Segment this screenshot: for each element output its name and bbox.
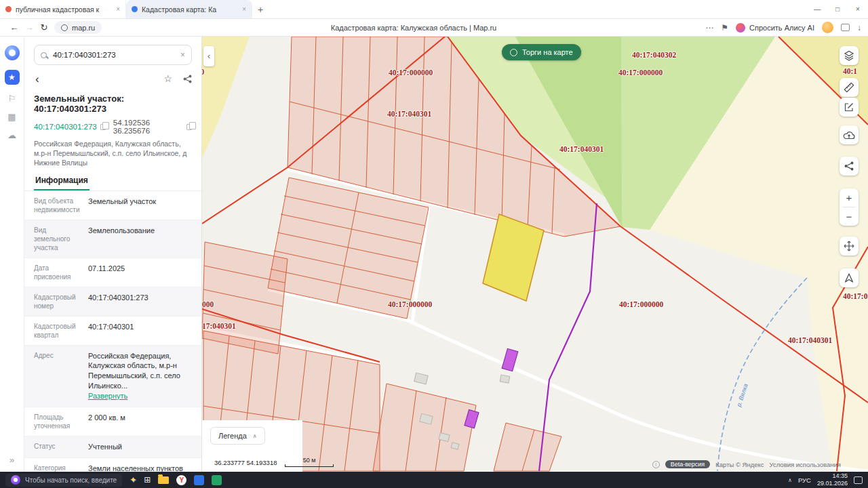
favorite-object-icon[interactable]: ☆ — [163, 73, 172, 84]
quarter-label: 40:17:000000 — [389, 68, 433, 77]
address-bar-actions: ⋯ ⚑ Спросить Алису AI ↓ — [700, 22, 861, 33]
expand-sidebar-icon[interactable]: » — [9, 455, 14, 465]
expand-address-link[interactable]: Развернуть — [88, 392, 127, 400]
maximize-button[interactable]: □ — [827, 0, 848, 18]
cloud-icon[interactable]: ☁ — [7, 131, 16, 140]
collections-icon[interactable]: ⚐ — [8, 94, 16, 103]
info-row-label: Кадастровый номер — [34, 293, 88, 310]
alice-search-icon — [11, 475, 20, 485]
forward-button[interactable]: → — [22, 22, 37, 33]
profile-avatar[interactable] — [822, 22, 833, 33]
info-row-value: Землепользование — [88, 226, 192, 252]
tableau-icon[interactable]: ▦ — [7, 113, 16, 121]
legend-label: Легенда — [218, 432, 247, 440]
object-title: Земельный участок: 40:17:040301:273 — [34, 94, 192, 114]
chevron-up-icon: ∧ — [253, 433, 257, 439]
tab-public-cadastral[interactable]: публичная кадастровая к × — [0, 0, 126, 18]
search-icon — [41, 52, 47, 58]
close-window-button[interactable]: × — [848, 0, 868, 18]
task-view-icon[interactable]: ⊞ — [144, 476, 151, 484]
yandex-browser-icon[interactable]: Y — [176, 475, 186, 485]
object-info-panel: × ‹ ☆ Земельный участок: 40:17:040301:27… — [24, 37, 202, 472]
ask-alice-button[interactable]: Спросить Алису AI — [736, 23, 814, 33]
measure-button[interactable] — [840, 78, 859, 97]
app-icon-blue[interactable] — [194, 475, 204, 485]
bookmark-icon[interactable]: ⚑ — [721, 24, 728, 32]
site-info-icon — [61, 24, 68, 31]
tab-close-icon[interactable]: × — [242, 5, 246, 13]
terms-link[interactable]: Условия использования — [770, 461, 841, 468]
taskbar: Чтобы начать поиск, введите ✦ ⊞ Y ∧ РУС … — [0, 472, 868, 488]
widgets-icon[interactable]: ✦ — [130, 475, 136, 485]
more-menu-icon[interactable]: ⋯ — [705, 24, 713, 32]
info-row-value: 2 000 кв. м — [88, 413, 192, 430]
info-row-label: Площадь уточненная — [34, 413, 88, 430]
cadastral-number-link[interactable]: 40:17:040301:273 — [34, 123, 97, 131]
tab-close-icon[interactable]: × — [116, 5, 120, 13]
zoom-in-button[interactable]: + — [840, 188, 859, 207]
quarter-label: 17:040301 — [202, 322, 236, 330]
share-map-button[interactable] — [840, 157, 859, 176]
alice-sidebar-icon[interactable] — [5, 45, 20, 60]
system-tray: ∧ РУС 14:35 29.01.2026 — [788, 472, 863, 487]
map-search-box[interactable]: × — [34, 45, 192, 65]
info-icon[interactable]: i — [652, 461, 660, 468]
location-arrow-icon — [844, 273, 854, 283]
quarter-label: 40:17:040301 — [387, 110, 431, 118]
tab-cadastral-map[interactable]: Кадастровая карта: Ка × — [126, 0, 252, 18]
refresh-button[interactable]: ↻ — [37, 22, 52, 33]
quarter-label: 000 — [202, 300, 214, 308]
info-row-label: Кадастровый квартал — [34, 322, 88, 340]
my-location-button[interactable] — [840, 268, 859, 287]
copyright-text: Карты © Яндекс — [715, 461, 764, 468]
info-row-label: Статус — [34, 442, 88, 452]
beta-badge: Beta-версия — [665, 460, 711, 468]
copy-icon[interactable] — [100, 124, 106, 130]
favorites-button[interactable]: ★ — [5, 70, 20, 85]
clock[interactable]: 14:35 29.01.2026 — [817, 472, 848, 487]
info-row: Категория земельЗемли населенных пунктов — [24, 458, 201, 472]
pan-mode-button[interactable] — [840, 237, 859, 256]
url-field[interactable]: map.ru — [54, 21, 102, 34]
notifications-icon[interactable] — [854, 476, 863, 484]
layers-button[interactable] — [840, 46, 859, 65]
zoom-out-button[interactable]: − — [840, 207, 859, 226]
info-row: Площадь уточненная2 000 кв. м — [24, 407, 201, 436]
taskbar-search[interactable]: Чтобы начать поиск, введите — [5, 474, 122, 487]
new-tab-button[interactable]: + — [258, 5, 263, 14]
auctions-on-map-toggle[interactable]: Торги на карте — [502, 44, 581, 60]
search-input[interactable] — [52, 50, 176, 60]
quarter-label: 40:17:040302 — [632, 51, 676, 59]
cloud-upload-icon — [843, 130, 855, 140]
info-row-value: 40:17:040301 — [88, 322, 192, 340]
cursor-coordinates: 36.233777 54.193318 — [214, 459, 277, 466]
back-button[interactable]: ← — [7, 22, 22, 33]
info-row: Кадастровый номер40:17:040301:273 — [24, 287, 201, 317]
copy-icon[interactable] — [186, 124, 192, 130]
quarter-label: 40:17:000000 — [619, 300, 663, 308]
quarter-label: 40:17:000000 — [388, 300, 432, 308]
map-viewport[interactable]: 40:17:00000040:17:00000040:17:04030140:1… — [202, 37, 868, 472]
share-object-icon[interactable] — [183, 75, 192, 83]
legend-button[interactable]: Легенда ∧ — [210, 427, 265, 445]
tab-information[interactable]: Информация — [34, 171, 90, 190]
info-row: АдресРоссийская Федерация, Калужская обл… — [24, 346, 201, 407]
page-title: Кадастровая карта: Калужская область | M… — [136, 24, 692, 32]
clear-search-icon[interactable]: × — [180, 50, 185, 60]
language-indicator[interactable]: РУС — [798, 476, 811, 484]
tray-expand-icon[interactable]: ∧ — [788, 477, 792, 483]
app-icon-green[interactable] — [212, 475, 222, 485]
draw-button[interactable] — [840, 98, 859, 117]
star-icon: ★ — [8, 73, 16, 82]
file-explorer-icon[interactable] — [158, 476, 169, 484]
collapse-panel-button[interactable]: ‹ — [203, 46, 214, 66]
edit-icon — [844, 102, 854, 113]
alice-icon — [736, 23, 745, 33]
downloads-icon[interactable]: ↓ — [857, 24, 861, 32]
info-row-value: Земли населенных пунктов — [88, 464, 192, 472]
export-button[interactable] — [840, 125, 859, 144]
cadastral-number-row: 40:17:040301:273 54.192536 36.235676 — [34, 119, 192, 135]
extensions-icon[interactable] — [841, 24, 850, 31]
back-to-results-button[interactable]: ‹ — [35, 73, 39, 85]
minimize-button[interactable]: — — [807, 0, 827, 18]
